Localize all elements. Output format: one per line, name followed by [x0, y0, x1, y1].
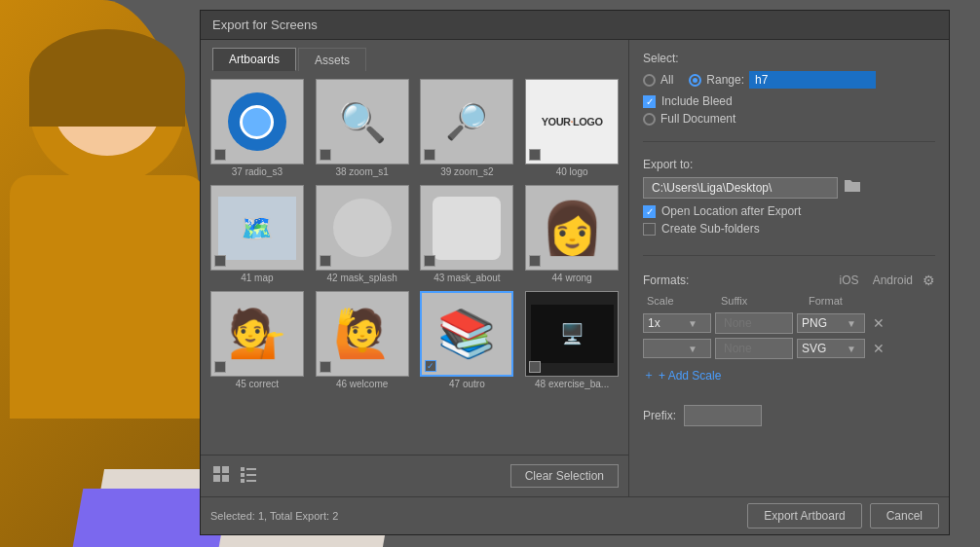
svg-rect-7	[246, 474, 256, 476]
artboard-thumb-43[interactable]	[420, 185, 513, 271]
add-scale-button[interactable]: ＋ + Add Scale	[643, 363, 721, 387]
artboard-item-41[interactable]: 🗺️ 41 map	[207, 183, 308, 285]
artboard-thumb-47[interactable]: 📚	[420, 291, 513, 377]
export-to-section: Export to: Open Location after Export C	[643, 158, 935, 239]
artboard-thumb-42[interactable]	[316, 185, 409, 271]
artboard-thumb-46[interactable]: 🙋	[316, 291, 409, 377]
checkbox-41[interactable]	[214, 255, 226, 267]
artboard-label-38: 38 zoom_s1	[335, 166, 388, 177]
ios-button[interactable]: iOS	[836, 272, 863, 289]
tab-artboards[interactable]: Artboards	[212, 48, 296, 71]
scale-select-2[interactable]: 1x 2x	[644, 340, 688, 357]
checkbox-37[interactable]	[214, 149, 226, 161]
dialog-body: Artboards Assets 37 radio_s3	[201, 40, 949, 496]
svg-rect-2	[213, 475, 220, 482]
artboard-item-37[interactable]: 37 radio_s3	[207, 77, 308, 179]
browse-folder-button[interactable]	[844, 178, 861, 198]
svg-rect-6	[241, 473, 245, 477]
col-format-header: Format	[809, 295, 935, 307]
col-suffix-header: Suffix	[721, 295, 809, 307]
thumb-figure-44: 👩	[541, 202, 604, 253]
artboard-item-42[interactable]: 42 mask_splash	[312, 183, 413, 285]
artboard-thumb-41[interactable]: 🗺️	[210, 185, 304, 271]
export-dialog: Export for Screens Artboards Assets	[200, 10, 950, 535]
scale-select-1[interactable]: 1x 2x 3x	[644, 314, 688, 332]
tabs-row: Artboards Assets	[201, 40, 628, 71]
thumb-magnify-39: 🔎	[445, 101, 489, 142]
export-artboard-button[interactable]: Export Artboard	[747, 503, 861, 529]
artboard-item-45[interactable]: 💁 45 correct	[207, 289, 308, 391]
format-select-2[interactable]: SVG PNG JPG PDF	[798, 340, 847, 357]
thumb-figure-46: 🙋	[333, 310, 392, 357]
format-row-1: 1x 2x 3x ▼ PNG SVG JPG PDF	[643, 312, 935, 334]
artboard-grid: 37 radio_s3 🔍 38 zoom_s1 🔎	[207, 77, 622, 391]
remove-format-1-button[interactable]: ✕	[869, 315, 888, 331]
tab-assets[interactable]: Assets	[298, 48, 366, 71]
thumb-figure-47: 📚	[437, 310, 496, 357]
checkbox-45[interactable]	[214, 361, 226, 373]
radio-full-doc[interactable]: Full Document	[643, 112, 735, 126]
full-document-row: Full Document	[643, 112, 935, 126]
create-subfolders-checkbox[interactable]	[643, 223, 656, 236]
artboard-thumb-39[interactable]: 🔎	[420, 79, 513, 164]
export-path-input[interactable]	[643, 177, 838, 199]
artboard-item-43[interactable]: 43 mask_about	[417, 183, 518, 285]
artboard-item-47[interactable]: 📚 47 outro	[417, 289, 518, 391]
checkbox-46[interactable]	[320, 361, 331, 373]
formats-label: Formats:	[643, 274, 689, 287]
artboard-grid-container[interactable]: 37 radio_s3 🔍 38 zoom_s1 🔎	[201, 71, 628, 455]
artboard-item-48[interactable]: 🖥️ 48 exercise_ba...	[521, 289, 622, 391]
artboard-thumb-48[interactable]: 🖥️	[525, 291, 619, 377]
format-dropdown-arrow-2: ▼	[847, 344, 859, 354]
artboard-label-43: 43 mask_about	[433, 273, 500, 283]
prefix-input[interactable]	[684, 405, 762, 426]
clear-selection-button[interactable]: Clear Selection	[510, 464, 619, 488]
artboard-thumb-40[interactable]: YOUR·LOGO	[525, 79, 619, 164]
radio-all-circle	[643, 74, 656, 87]
scale-select-wrap-2: 1x 2x ▼	[643, 339, 711, 358]
artboard-thumb-45[interactable]: 💁	[210, 291, 304, 377]
artboard-label-39: 39 zoom_s2	[440, 166, 493, 177]
format-select-1[interactable]: PNG SVG JPG PDF	[798, 314, 847, 332]
checkbox-40[interactable]	[529, 149, 541, 161]
cancel-button[interactable]: Cancel	[870, 503, 939, 529]
checkbox-43[interactable]	[424, 255, 435, 267]
radio-range[interactable]: Range:	[689, 71, 876, 89]
char-hair	[29, 29, 185, 127]
view-icons	[210, 463, 259, 489]
checkbox-38[interactable]	[320, 149, 331, 161]
format-row-2: 1x 2x ▼ SVG PNG JPG PDF ▼	[643, 338, 935, 359]
checkbox-47[interactable]	[425, 360, 436, 372]
checkbox-39[interactable]	[424, 149, 435, 161]
grid-view-button[interactable]	[210, 463, 232, 489]
artboard-thumb-37[interactable]	[210, 79, 304, 164]
checkbox-48[interactable]	[529, 361, 541, 373]
artboard-item-40[interactable]: YOUR·LOGO 40 logo	[521, 77, 622, 179]
artboard-item-44[interactable]: 👩 44 wrong	[521, 183, 622, 285]
radio-row: All Range:	[643, 71, 935, 89]
create-subfolders-label: Create Sub-folders	[661, 222, 760, 236]
remove-format-2-button[interactable]: ✕	[869, 341, 888, 356]
formats-settings-button[interactable]: ⚙	[923, 273, 935, 288]
android-button[interactable]: Android	[869, 272, 917, 289]
suffix-input-1[interactable]	[715, 312, 793, 334]
artboard-item-46[interactable]: 🙋 46 welcome	[312, 289, 413, 391]
range-input[interactable]	[749, 71, 876, 89]
checkbox-42[interactable]	[320, 255, 331, 267]
thumb-logo-40: YOUR·LOGO	[542, 116, 603, 128]
right-panel: Select: All Range: Include Bleed	[629, 40, 949, 496]
radio-all[interactable]: All	[643, 73, 673, 87]
section-divider-2	[643, 255, 935, 256]
thumb-dark-48: 🖥️	[531, 305, 614, 363]
artboard-item-39[interactable]: 🔎 39 zoom_s2	[417, 77, 518, 179]
artboard-thumb-44[interactable]: 👩	[525, 185, 619, 271]
artboard-label-47: 47 outro	[449, 379, 485, 389]
open-location-checkbox[interactable]	[643, 205, 656, 218]
include-bleed-checkbox[interactable]	[643, 95, 656, 108]
artboard-item-38[interactable]: 🔍 38 zoom_s1	[312, 77, 413, 179]
artboard-label-41: 41 map	[241, 273, 273, 283]
checkbox-44[interactable]	[529, 255, 541, 267]
list-view-button[interactable]	[238, 463, 259, 489]
artboard-thumb-38[interactable]: 🔍	[316, 79, 409, 164]
suffix-input-2[interactable]	[715, 338, 793, 359]
